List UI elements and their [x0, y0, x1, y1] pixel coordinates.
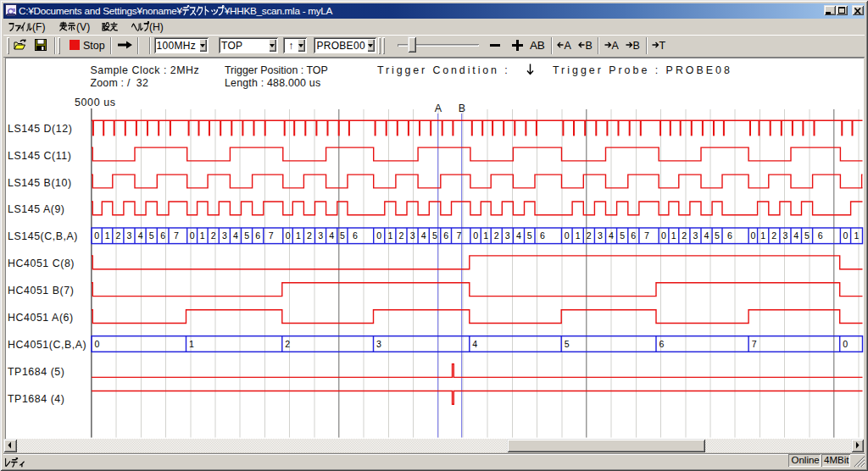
- svg-text:1: 1: [760, 230, 765, 241]
- svg-text:0: 0: [95, 339, 100, 349]
- svg-text:3: 3: [318, 230, 323, 241]
- svg-text:4: 4: [609, 230, 614, 241]
- svg-text:0: 0: [843, 339, 848, 349]
- svg-text:4: 4: [516, 230, 521, 241]
- svg-text:6: 6: [631, 230, 636, 241]
- svg-text:0: 0: [376, 230, 381, 241]
- svg-text:4: 4: [138, 230, 143, 241]
- svg-text:3: 3: [598, 230, 603, 241]
- svg-text:5: 5: [149, 230, 154, 241]
- svg-text:0: 0: [843, 230, 849, 241]
- svg-text:0: 0: [565, 230, 570, 241]
- svg-text:7: 7: [174, 230, 179, 241]
- svg-text:3: 3: [783, 230, 788, 241]
- svg-text:5: 5: [804, 230, 810, 241]
- svg-text:1: 1: [387, 230, 392, 241]
- svg-text:4: 4: [329, 230, 334, 241]
- svg-text:6: 6: [540, 230, 545, 241]
- svg-text:LS145 A(9): LS145 A(9): [8, 203, 65, 215]
- svg-text:4: 4: [421, 230, 426, 241]
- svg-text:5: 5: [620, 230, 625, 241]
- svg-text:0: 0: [473, 230, 478, 241]
- svg-text:HC4051 A(6): HC4051 A(6): [8, 312, 74, 324]
- svg-text:4: 4: [472, 339, 477, 349]
- svg-text:2: 2: [211, 230, 216, 241]
- svg-text:1: 1: [105, 230, 110, 241]
- svg-text:1: 1: [854, 230, 860, 241]
- svg-text:6: 6: [727, 230, 732, 241]
- svg-text:7: 7: [644, 230, 649, 241]
- svg-text:3: 3: [410, 230, 415, 241]
- svg-text:0: 0: [750, 230, 755, 241]
- svg-text:LS145 D(12): LS145 D(12): [8, 123, 72, 135]
- svg-text:5: 5: [565, 339, 570, 349]
- svg-text:7: 7: [752, 339, 757, 349]
- svg-text:6: 6: [443, 230, 448, 241]
- svg-text:0: 0: [190, 230, 195, 241]
- svg-text:HC4051(C,B,A): HC4051(C,B,A): [8, 339, 86, 351]
- svg-text:LS145 C(11): LS145 C(11): [8, 150, 71, 162]
- svg-text:LS145(C,B,A): LS145(C,B,A): [8, 230, 78, 242]
- svg-text:3: 3: [505, 230, 510, 241]
- svg-text:1: 1: [189, 339, 194, 349]
- svg-text:2: 2: [682, 230, 687, 241]
- svg-text:3: 3: [126, 230, 131, 241]
- svg-text:1: 1: [296, 230, 301, 241]
- svg-text:HC4051 C(8): HC4051 C(8): [8, 258, 75, 269]
- svg-text:7: 7: [269, 230, 274, 241]
- svg-text:0: 0: [94, 230, 99, 241]
- svg-text:2: 2: [115, 230, 120, 241]
- svg-text:4: 4: [704, 230, 709, 241]
- svg-text:6: 6: [818, 230, 823, 241]
- svg-text:0: 0: [661, 230, 666, 241]
- svg-text:2: 2: [398, 230, 403, 241]
- svg-text:7: 7: [457, 230, 462, 241]
- svg-text:2: 2: [494, 230, 499, 241]
- svg-text:5: 5: [715, 230, 720, 241]
- svg-text:2: 2: [307, 230, 312, 241]
- svg-text:TP1684 (5): TP1684 (5): [8, 366, 64, 378]
- svg-text:3: 3: [376, 339, 381, 349]
- svg-text:1: 1: [483, 230, 488, 241]
- svg-text:1: 1: [576, 230, 581, 241]
- svg-text:B: B: [459, 103, 465, 114]
- svg-text:3: 3: [222, 230, 227, 241]
- svg-text:6: 6: [353, 230, 358, 241]
- svg-text:6: 6: [659, 339, 665, 349]
- svg-text:1: 1: [671, 230, 676, 241]
- svg-text:TP1684 (4): TP1684 (4): [8, 393, 64, 405]
- svg-text:4: 4: [233, 230, 238, 241]
- svg-text:6: 6: [160, 230, 165, 241]
- svg-text:4: 4: [793, 230, 798, 241]
- svg-text:5: 5: [340, 230, 345, 241]
- svg-text:LS145 B(10): LS145 B(10): [8, 177, 72, 189]
- svg-text:1: 1: [200, 230, 205, 241]
- svg-text:HC4051 B(7): HC4051 B(7): [8, 285, 74, 296]
- svg-text:5000 us: 5000 us: [75, 97, 116, 108]
- svg-text:2: 2: [587, 230, 592, 241]
- svg-text:A: A: [435, 103, 442, 114]
- svg-text:2: 2: [285, 339, 290, 349]
- svg-text:3: 3: [693, 230, 698, 241]
- svg-text:2: 2: [771, 230, 776, 241]
- svg-text:5: 5: [244, 230, 249, 241]
- svg-text:0: 0: [286, 230, 291, 241]
- svg-text:5: 5: [527, 230, 532, 241]
- svg-text:6: 6: [255, 230, 260, 241]
- svg-text:5: 5: [432, 230, 437, 241]
